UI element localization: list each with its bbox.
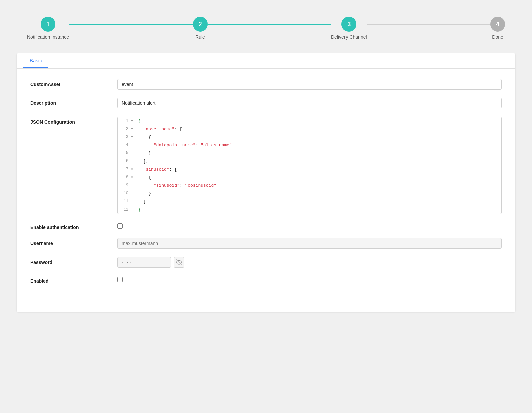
- row-password: Password: [30, 257, 502, 268]
- connector-3: [367, 24, 490, 25]
- json-editor[interactable]: 1 ▼ { 2 ▼ "asset_name": [ 3 ▼ {: [117, 117, 502, 214]
- input-custom-asset[interactable]: [117, 79, 502, 90]
- control-username: [117, 238, 502, 249]
- form-body: CustomAsset Description JSON Configurati…: [17, 69, 515, 302]
- json-line-11: 11 ]: [118, 197, 501, 205]
- json-line-10: 10 }: [118, 189, 501, 197]
- tab-basic[interactable]: Basic: [23, 53, 48, 68]
- row-json-config: JSON Configuration 1 ▼ { 2 ▼ "asset_name…: [30, 117, 502, 214]
- json-line-9: 9 "sinusoid": "cosinusoid": [118, 181, 501, 189]
- json-line-4: 4 "datapoint_name": "alias_name": [118, 141, 501, 149]
- json-line-3: 3 ▼ {: [118, 133, 501, 141]
- label-password: Password: [30, 257, 117, 265]
- checkbox-enable-auth[interactable]: [117, 223, 123, 229]
- stepper: 1 Notification Instance 2 Rule 3 Deliver…: [7, 7, 525, 53]
- label-json-config: JSON Configuration: [30, 117, 117, 125]
- json-line-2: 2 ▼ "asset_name": [: [118, 125, 501, 133]
- eye-icon: [176, 259, 182, 265]
- control-custom-asset: [117, 79, 502, 90]
- input-description[interactable]: [117, 98, 502, 108]
- step-1-label: Notification Instance: [27, 34, 69, 40]
- label-enabled: Enabled: [30, 276, 117, 284]
- input-password[interactable]: [117, 257, 171, 268]
- step-3-circle: 3: [341, 17, 356, 32]
- step-1-circle: 1: [41, 17, 55, 32]
- json-line-1: 1 ▼ {: [118, 117, 501, 125]
- checkbox-enabled[interactable]: [117, 277, 123, 282]
- label-username: Username: [30, 238, 117, 246]
- step-4[interactable]: 4 Done: [490, 17, 505, 40]
- step-4-label: Done: [492, 34, 503, 40]
- step-1[interactable]: 1 Notification Instance: [27, 17, 69, 40]
- connector-1: [69, 24, 193, 25]
- row-description: Description: [30, 98, 502, 108]
- json-line-5: 5 }: [118, 149, 501, 157]
- row-enabled: Enabled: [30, 276, 502, 284]
- row-enable-auth: Enable authentication: [30, 222, 502, 230]
- password-wrapper: [117, 257, 502, 268]
- step-2[interactable]: 2 Rule: [193, 17, 208, 40]
- toggle-password-button[interactable]: [174, 257, 184, 268]
- control-password: [117, 257, 502, 268]
- control-description: [117, 98, 502, 108]
- json-line-7: 7 ▼ "sinusoid": [: [118, 165, 501, 173]
- label-custom-asset: CustomAsset: [30, 79, 117, 87]
- json-line-6: 6 ],: [118, 157, 501, 165]
- step-3-label: Delivery Channel: [331, 34, 367, 40]
- json-line-8: 8 ▼ {: [118, 173, 501, 181]
- main-card: Basic CustomAsset Description JSON Confi…: [17, 53, 515, 312]
- control-json-config: 1 ▼ { 2 ▼ "asset_name": [ 3 ▼ {: [117, 117, 502, 214]
- json-line-12: 12 }: [118, 205, 501, 214]
- input-username[interactable]: [117, 238, 502, 249]
- step-3[interactable]: 3 Delivery Channel: [331, 17, 367, 40]
- connector-2: [208, 24, 331, 25]
- step-4-circle: 4: [490, 17, 505, 32]
- label-description: Description: [30, 98, 117, 106]
- control-enable-auth: [117, 222, 502, 229]
- step-2-label: Rule: [195, 34, 205, 40]
- row-username: Username: [30, 238, 502, 249]
- step-2-circle: 2: [193, 17, 208, 32]
- row-custom-asset: CustomAsset: [30, 79, 502, 90]
- tab-bar: Basic: [17, 53, 515, 69]
- control-enabled: [117, 276, 502, 282]
- label-enable-auth: Enable authentication: [30, 222, 117, 230]
